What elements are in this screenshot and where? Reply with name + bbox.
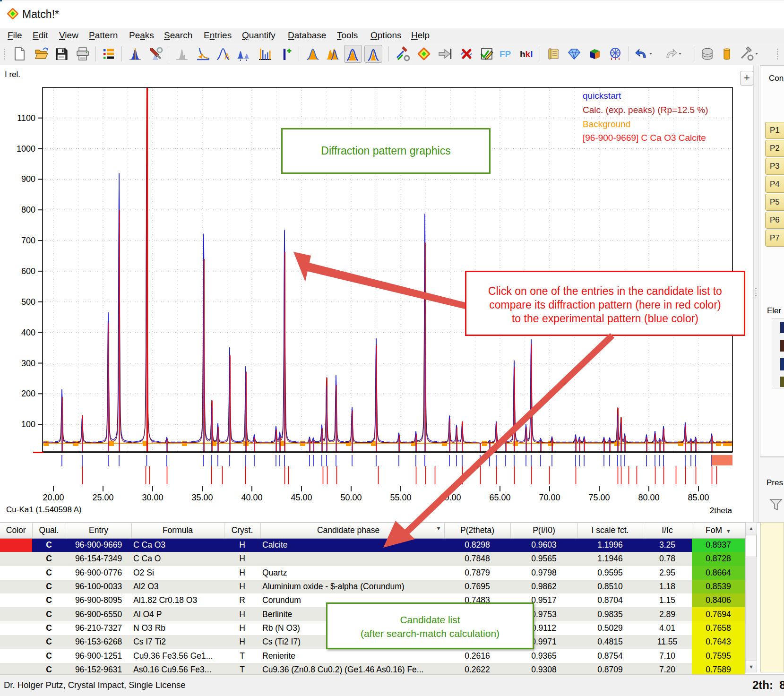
svg-text:700: 700	[21, 236, 35, 245]
svg-text:600: 600	[21, 266, 35, 276]
svg-text:400: 400	[21, 328, 35, 337]
svg-text:60.00: 60.00	[439, 493, 461, 502]
svg-text:[96-900-9669] C Ca O3 Calcite: [96-900-9669] C Ca O3 Calcite	[583, 133, 706, 143]
svg-text:200: 200	[21, 389, 35, 398]
svg-text:75.00: 75.00	[588, 493, 610, 502]
svg-text:900: 900	[21, 174, 35, 184]
svg-text:hkl: hkl	[520, 49, 533, 59]
svg-text:1100: 1100	[17, 113, 35, 123]
svg-text:100: 100	[21, 420, 35, 429]
svg-text:65.00: 65.00	[489, 493, 510, 502]
svg-text:25.00: 25.00	[92, 493, 113, 502]
svg-text:2theta: 2theta	[710, 506, 732, 515]
svg-text:20.00: 20.00	[43, 493, 64, 502]
svg-text:Calc. (exp. peaks) (Rp=12.5 %): Calc. (exp. peaks) (Rp=12.5 %)	[583, 105, 708, 115]
svg-text:40.00: 40.00	[241, 493, 262, 502]
svg-text:1000: 1000	[17, 144, 35, 154]
svg-text:80.00: 80.00	[638, 493, 659, 502]
svg-text:50.00: 50.00	[340, 493, 362, 502]
svg-text:300: 300	[21, 359, 35, 368]
svg-text:Cu-Ka1 (1.540598 A): Cu-Ka1 (1.540598 A)	[6, 505, 82, 514]
svg-text:I rel.: I rel.	[5, 70, 20, 79]
svg-text:35.00: 35.00	[191, 493, 213, 502]
svg-text:800: 800	[21, 205, 35, 215]
svg-text:quickstart: quickstart	[583, 91, 621, 101]
svg-text:70.00: 70.00	[539, 493, 560, 502]
svg-text:FP: FP	[500, 49, 511, 59]
svg-text:55.00: 55.00	[390, 493, 411, 502]
svg-text:Background: Background	[583, 119, 630, 129]
svg-text:85.00: 85.00	[688, 493, 709, 502]
svg-text:30.00: 30.00	[142, 493, 163, 502]
svg-text:500: 500	[21, 297, 35, 307]
svg-text:45.00: 45.00	[291, 493, 312, 502]
